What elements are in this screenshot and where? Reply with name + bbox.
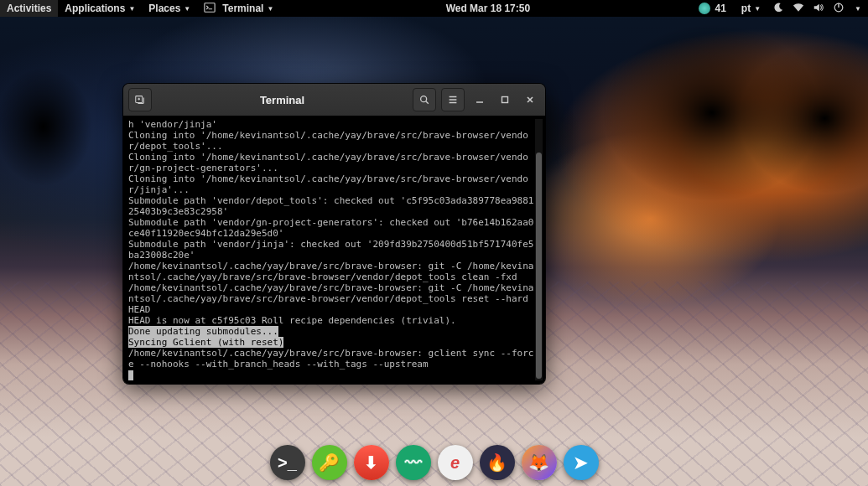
dock-item-epiphany[interactable]: e <box>438 445 473 480</box>
terminal-viewport[interactable]: h 'vendor/jinja' Cloning into '/home/kev… <box>123 116 545 384</box>
temperature-indicator[interactable]: 41 <box>695 3 729 14</box>
dock-item-updater[interactable]: ⬇ <box>354 445 389 480</box>
dock-item-monitor[interactable]: 〰 <box>396 445 431 480</box>
close-button[interactable] <box>520 90 540 110</box>
dock-item-keepass[interactable]: 🔑 <box>312 445 347 480</box>
network-icon[interactable] <box>793 2 804 16</box>
chevron-down-icon: ▼ <box>855 5 861 13</box>
svg-line-5 <box>426 101 429 104</box>
keyboard-layout-label: pt <box>741 3 751 14</box>
scrollbar-thumb[interactable] <box>536 153 542 379</box>
dock-item-firefox[interactable]: 🦊 <box>522 445 557 480</box>
svg-point-4 <box>421 96 427 102</box>
active-app-menu[interactable]: Terminal ▼ <box>197 0 280 17</box>
maximize-button[interactable] <box>495 90 515 110</box>
sensor-icon <box>699 3 710 14</box>
places-label: Places <box>148 3 180 14</box>
new-tab-button[interactable] <box>128 88 152 111</box>
night-light-icon[interactable] <box>772 2 784 16</box>
places-menu[interactable]: Places ▼ <box>142 0 197 17</box>
dock-item-telegram[interactable]: ➤ <box>564 445 599 480</box>
keyboard-layout[interactable]: pt ▼ <box>738 3 764 14</box>
svg-rect-0 <box>205 3 215 12</box>
search-button[interactable] <box>413 88 436 111</box>
clock-text: Wed Mar 18 17:50 <box>446 3 531 14</box>
chevron-down-icon: ▼ <box>128 5 135 13</box>
terminal-window: Terminal h 'vendor/jinja' Cloning into '… <box>123 84 545 384</box>
terminal-app-icon <box>204 2 216 16</box>
hamburger-menu-button[interactable] <box>441 88 465 111</box>
dock: >_🔑⬇〰e🔥🦊➤ <box>265 442 604 483</box>
dock-item-flame[interactable]: 🔥 <box>480 445 515 480</box>
applications-label: Applications <box>65 3 125 14</box>
chevron-down-icon: ▼ <box>184 5 190 13</box>
minimize-button[interactable] <box>470 90 490 110</box>
activities-button[interactable]: Activities <box>0 0 58 17</box>
window-titlebar[interactable]: Terminal <box>123 84 545 116</box>
volume-icon[interactable] <box>813 2 824 16</box>
terminal-output[interactable]: h 'vendor/jinja' Cloning into '/home/kev… <box>128 119 535 380</box>
top-panel: Activities Applications ▼ Places ▼ Termi… <box>0 0 868 17</box>
window-title: Terminal <box>157 94 408 106</box>
dock-item-terminal[interactable]: >_ <box>270 445 305 480</box>
active-app-label: Terminal <box>222 3 263 14</box>
system-tray: 41 pt ▼ ▼ <box>695 2 868 16</box>
temperature-value: 41 <box>715 3 725 14</box>
power-icon[interactable] <box>833 2 845 16</box>
scrollbar[interactable] <box>535 119 543 380</box>
chevron-down-icon: ▼ <box>267 5 273 13</box>
activities-label: Activities <box>7 3 51 14</box>
chevron-down-icon: ▼ <box>754 5 761 13</box>
svg-rect-7 <box>502 97 508 103</box>
applications-menu[interactable]: Applications ▼ <box>58 0 142 17</box>
clock[interactable]: Wed Mar 18 17:50 <box>439 0 538 17</box>
